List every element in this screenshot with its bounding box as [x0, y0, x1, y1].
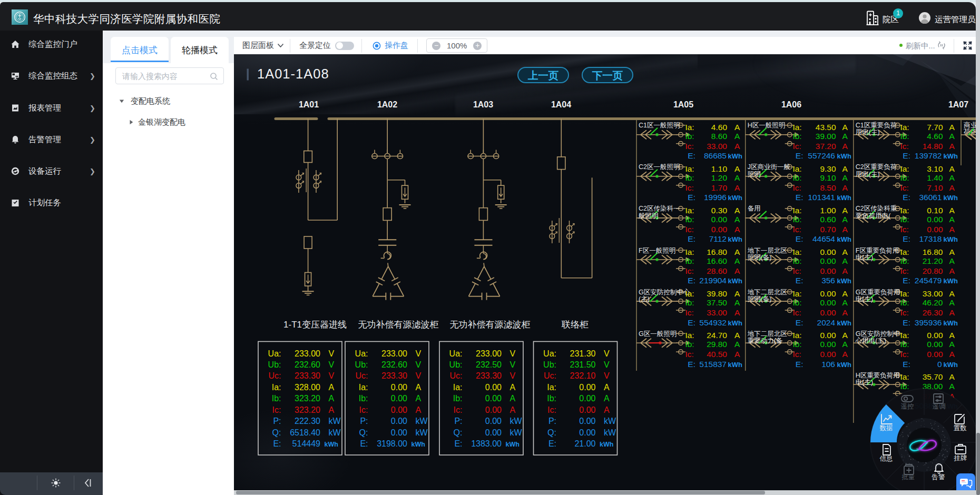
svg-text:A: A [734, 340, 740, 349]
svg-text:0.00: 0.00 [711, 215, 728, 224]
svg-text:Ia:: Ia: [685, 123, 694, 132]
svg-text:106: 106 [821, 360, 835, 369]
svg-text:Q:: Q: [547, 428, 556, 437]
svg-text:A: A [949, 350, 955, 359]
svg-text:0.00: 0.00 [579, 428, 595, 437]
svg-text:36061: 36061 [919, 193, 942, 202]
svg-text:V: V [604, 371, 610, 380]
svg-text:A: A [949, 289, 955, 298]
svg-text:照明(备): 照明(备) [748, 254, 772, 261]
svg-text:Ic:: Ic: [685, 142, 693, 151]
svg-text:A: A [842, 350, 848, 359]
svg-text:101341: 101341 [808, 193, 835, 202]
svg-text:kW: kW [416, 428, 428, 437]
svg-text:地下二层北区: 地下二层北区 [748, 330, 788, 338]
svg-text:电(主): 电(主) [856, 254, 873, 261]
svg-text:挂牌: 挂牌 [954, 454, 967, 462]
svg-text:0.00: 0.00 [927, 215, 943, 224]
svg-text:A: A [842, 173, 848, 182]
svg-text:Ib:: Ib: [900, 132, 909, 141]
svg-text:V: V [510, 349, 516, 358]
svg-text:Ic:: Ic: [685, 350, 693, 359]
svg-text:Ub:: Ub: [355, 360, 368, 369]
svg-text:33.00: 33.00 [707, 142, 727, 151]
svg-text:0.00: 0.00 [579, 383, 595, 392]
svg-text:Q:: Q: [359, 428, 368, 437]
svg-text:Ua:: Ua: [268, 349, 281, 358]
svg-text:P:: P: [360, 417, 368, 425]
svg-text:1-T1变压器进线: 1-T1变压器进线 [283, 320, 347, 330]
svg-text:A: A [949, 206, 955, 215]
svg-text:Ia:: Ia: [685, 164, 694, 173]
svg-text:Ic:: Ic: [792, 142, 801, 151]
svg-text:kWh: kWh [600, 441, 613, 448]
svg-text:29.80: 29.80 [707, 340, 727, 349]
svg-text:Ia:: Ia: [792, 206, 801, 215]
svg-text:Ub:: Ub: [543, 360, 556, 369]
svg-text:Ic:: Ic: [685, 266, 693, 275]
svg-text:233.30: 233.30 [381, 371, 407, 380]
svg-text:A: A [949, 382, 955, 391]
svg-text:P:: P: [273, 417, 281, 425]
svg-text:A: A [734, 331, 740, 340]
svg-text:323.20: 323.20 [295, 405, 320, 414]
svg-text:Ib:: Ib: [547, 394, 556, 403]
svg-text:A: A [734, 289, 740, 298]
svg-text:0: 0 [937, 360, 942, 369]
svg-text:E:: E: [903, 234, 910, 243]
svg-text:Ic:: Ic: [547, 405, 556, 414]
svg-text:46.20: 46.20 [923, 298, 943, 307]
svg-text:V: V [510, 360, 516, 369]
svg-text:A: A [949, 173, 955, 182]
svg-text:P:: P: [548, 417, 556, 425]
svg-text:219904: 219904 [699, 276, 727, 285]
svg-text:Ia:: Ia: [900, 372, 909, 381]
svg-text:照明: 照明 [748, 171, 761, 178]
svg-text:要负荷用电(: 要负荷用电( [856, 212, 891, 220]
svg-text:1.00: 1.00 [820, 206, 836, 215]
svg-text:21.20: 21.20 [923, 256, 943, 265]
svg-text:kWh: kWh [728, 277, 743, 285]
svg-text:批量: 批量 [901, 473, 915, 481]
svg-text:515837: 515837 [699, 360, 727, 369]
svg-text:4.60: 4.60 [711, 123, 728, 132]
svg-text:P:: P: [454, 417, 462, 425]
svg-text:E:: E: [688, 193, 695, 202]
svg-text:kWh: kWh [728, 319, 743, 327]
svg-text:323.20: 323.20 [295, 394, 320, 403]
svg-text:7.10: 7.10 [927, 183, 943, 192]
svg-text:Ib:: Ib: [900, 298, 909, 307]
svg-text:E:: E: [360, 439, 368, 448]
svg-text:A: A [949, 123, 955, 132]
svg-text:Ia:: Ia: [792, 247, 801, 256]
svg-text:E:: E: [688, 360, 695, 369]
svg-text:kWh: kWh [411, 441, 425, 448]
svg-text:A: A [734, 132, 740, 141]
svg-text:V: V [329, 360, 335, 369]
svg-text:A: A [510, 394, 516, 403]
svg-text:16.60: 16.60 [707, 256, 727, 265]
svg-text:F区重要负荷用: F区重要负荷用 [856, 247, 899, 254]
svg-text:E:: E: [273, 439, 281, 448]
svg-text:1.40: 1.40 [927, 173, 943, 182]
svg-text:E:: E: [903, 151, 910, 160]
svg-text:0.00: 0.00 [579, 405, 595, 414]
svg-text:Ia:: Ia: [685, 331, 694, 340]
svg-text:139782: 139782 [915, 151, 942, 160]
svg-text:E:: E: [796, 276, 803, 285]
svg-text:A: A [842, 225, 848, 234]
svg-text:16.80: 16.80 [707, 247, 727, 256]
svg-text:A: A [734, 247, 740, 256]
svg-text:0.00: 0.00 [485, 428, 502, 437]
svg-text:1.20: 1.20 [711, 173, 728, 182]
svg-text:0.00: 0.00 [820, 340, 836, 349]
svg-text:A: A [842, 142, 848, 151]
svg-text:37.50: 37.50 [707, 298, 727, 307]
svg-text:0.00: 0.00 [579, 394, 595, 403]
svg-text:Ib:: Ib: [792, 298, 801, 307]
svg-text:1.10: 1.10 [711, 164, 728, 173]
svg-text:2024: 2024 [817, 318, 836, 327]
svg-text:233.00: 233.00 [476, 349, 502, 358]
svg-text:Ia:: Ia: [359, 383, 368, 392]
svg-text:kWh: kWh [837, 361, 852, 369]
